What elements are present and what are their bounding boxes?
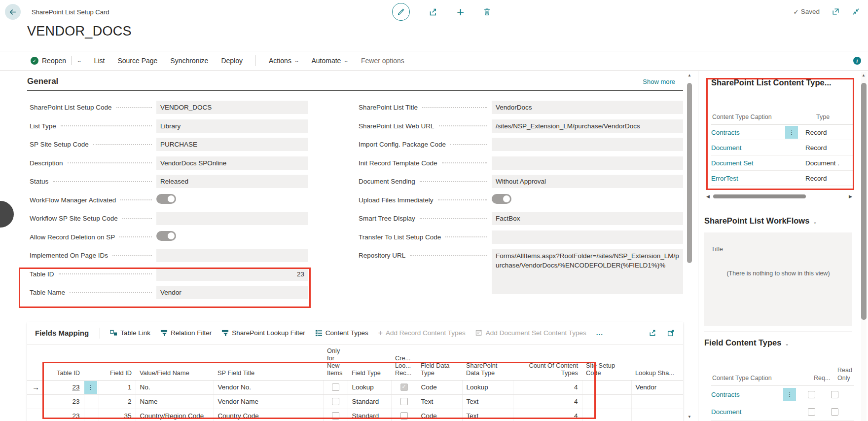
share-part-button[interactable]	[649, 329, 657, 337]
cell-table-id[interactable]: 23	[44, 380, 84, 394]
cell-sp-field-title[interactable]: Country Code	[214, 409, 323, 421]
general-heading[interactable]: General	[27, 77, 58, 86]
edit-button[interactable]	[392, 3, 410, 21]
cell-value-field-name[interactable]: Country/Region Code	[136, 409, 214, 421]
row-menu-icon[interactable]: ⋮	[785, 126, 798, 139]
cell-sp-field-title[interactable]: Vendor Name	[214, 394, 323, 409]
col-sharepoint-data-type[interactable]: SharePoint Data Type	[462, 344, 513, 380]
read-only-checkbox[interactable]	[831, 408, 838, 416]
cell-table-id[interactable]: 23	[44, 394, 84, 409]
cell-only-for-new-items[interactable]	[323, 394, 348, 409]
share-button[interactable]	[429, 7, 438, 17]
cmd-synchronize[interactable]: Synchronize	[170, 57, 208, 65]
content-type-link[interactable]: Document Set	[711, 159, 784, 167]
cell-lookup-sha[interactable]	[631, 394, 683, 409]
relation-filter-button[interactable]: Relation Filter	[160, 329, 212, 337]
cell-row-menu[interactable]	[84, 409, 99, 421]
cell-field-type[interactable]: Standard	[348, 394, 391, 409]
checkbox[interactable]	[332, 383, 339, 391]
row-menu-icon[interactable]: ⋮	[84, 381, 97, 394]
col-content-type-caption[interactable]: Content Type Caption	[712, 114, 772, 120]
col-table-id[interactable]: Table ID	[44, 344, 84, 380]
cell-lookup-sha[interactable]: Vendor	[631, 380, 683, 394]
scrollbar-thumb[interactable]	[713, 194, 806, 198]
cmd-actions-menu[interactable]: Actions⌄	[269, 57, 298, 65]
content-type-row[interactable]: ErrorTest Record	[711, 171, 854, 186]
col-sp-field-title[interactable]: SP Field Title	[214, 344, 323, 380]
col-value-field-name[interactable]: Value/Field Name	[136, 344, 214, 380]
scrollbar-thumb[interactable]	[861, 83, 867, 320]
checkbox[interactable]	[332, 398, 339, 405]
cmd-source-page[interactable]: Source Page	[117, 57, 157, 65]
table-row[interactable]: → 23 ⋮ 1 No. Vendor No. Lookup Code Look…	[27, 380, 683, 394]
cell-sp-field-title[interactable]: Vendor No.	[214, 380, 323, 394]
col-only-for-new-items[interactable]: Only for New Items	[323, 344, 348, 380]
fields-mapping-heading[interactable]: Fields Mapping	[35, 329, 89, 337]
cmd-automate-menu[interactable]: Automate⌄	[311, 57, 348, 65]
cell-field-data-type[interactable]: Text	[417, 394, 462, 409]
smart-tree-display-field[interactable]: FactBox	[492, 212, 683, 225]
cell-table-id[interactable]: 23	[44, 409, 84, 421]
field-content-types-heading[interactable]: Field Content Types⌄	[704, 338, 789, 347]
info-icon[interactable]: i	[853, 57, 861, 65]
scroll-down-icon[interactable]: ▼	[687, 415, 691, 419]
scrollbar-thumb[interactable]	[687, 83, 692, 263]
col-required[interactable]: Req...	[814, 375, 830, 382]
required-checkbox[interactable]	[808, 408, 815, 416]
table-id-field[interactable]: 23	[156, 268, 308, 281]
scroll-up-icon[interactable]: ▲	[862, 73, 866, 77]
cell-field-data-type[interactable]: Code	[417, 409, 462, 421]
transfer-to-list-setup-code-field[interactable]	[492, 230, 683, 244]
sharepoint-list-web-url-field[interactable]: /sites/NSP_Extension_LM/purchase/VendorD…	[492, 119, 683, 133]
cell-only-for-new-items[interactable]	[323, 409, 348, 421]
cell-count-of-content-types[interactable]: 4	[513, 409, 582, 421]
read-only-checkbox[interactable]	[831, 391, 838, 398]
cell-row-menu[interactable]	[84, 394, 99, 409]
content-types-button[interactable]: Content Types	[315, 329, 368, 337]
chevron-down-icon[interactable]: ⌄	[76, 58, 82, 63]
table-link-button[interactable]: Table Link	[110, 329, 150, 337]
col-count-of-content-types[interactable]: Count Of Content Types	[513, 344, 582, 380]
content-type-link[interactable]: Document	[711, 144, 784, 152]
field-content-type-row[interactable]: Contracts ⋮	[711, 386, 854, 403]
edge-handle[interactable]	[0, 201, 14, 228]
cell-field-id[interactable]: 1	[99, 380, 136, 394]
field-content-type-row[interactable]: Document	[711, 403, 854, 421]
sharepoint-list-setup-code-field[interactable]: VENDOR_DOCS	[156, 101, 308, 114]
sharepoint-lookup-filter-button[interactable]: SharePoint Lookup Filter	[221, 329, 305, 337]
status-field[interactable]: Released	[156, 175, 308, 188]
factbox-scrollbar[interactable]: ▲	[861, 72, 867, 421]
popout-window-button[interactable]	[832, 7, 840, 16]
factbox-horizontal-scrollbar[interactable]: ◀ ▶	[706, 193, 852, 199]
show-more-link[interactable]: Show more	[643, 78, 675, 85]
more-options-button[interactable]: ...	[596, 329, 603, 337]
cell-site-setup-code[interactable]	[582, 394, 631, 409]
content-type-link[interactable]: Contracts	[711, 129, 784, 136]
cell-sharepoint-data-type[interactable]: Text	[462, 409, 513, 421]
cell-field-type[interactable]: Lookup	[348, 380, 391, 394]
upload-files-immediately-toggle[interactable]	[492, 194, 511, 204]
col-type[interactable]: Type	[816, 114, 830, 120]
cell-field-type[interactable]: Standard	[348, 409, 391, 421]
sharepoint-list-title-field[interactable]: VendorDocs	[492, 101, 683, 114]
col-read-only[interactable]: Read Only	[837, 366, 854, 382]
cell-site-setup-code[interactable]	[582, 380, 631, 394]
cell-field-id[interactable]: 35	[99, 409, 136, 421]
implemented-on-page-ids-field[interactable]	[156, 249, 308, 262]
chevron-down-icon[interactable]: ⌄	[785, 341, 789, 346]
cell-count-of-content-types[interactable]: 4	[513, 380, 582, 394]
new-button[interactable]: +	[457, 7, 464, 17]
checkbox[interactable]	[332, 412, 339, 420]
delete-button[interactable]	[483, 7, 491, 16]
reopen-button[interactable]: ✓ Reopen ⌄	[31, 56, 81, 65]
cmd-list[interactable]: List	[94, 57, 105, 65]
document-sending-field[interactable]: Without Approval	[492, 175, 683, 188]
add-record-content-types-button[interactable]: + Add Record Content Types	[378, 329, 466, 338]
table-name-field[interactable]: Vendor	[156, 286, 308, 299]
col-site-setup-code[interactable]: Site Setup Code	[582, 344, 631, 380]
cell-sharepoint-data-type[interactable]: Text	[462, 394, 513, 409]
col-content-type-caption[interactable]: Content Type Caption	[712, 375, 772, 382]
cell-row-menu[interactable]: ⋮	[84, 380, 99, 394]
col-field-data-type[interactable]: Field Data Type	[417, 344, 462, 380]
cell-count-of-content-types[interactable]: 4	[513, 394, 582, 409]
